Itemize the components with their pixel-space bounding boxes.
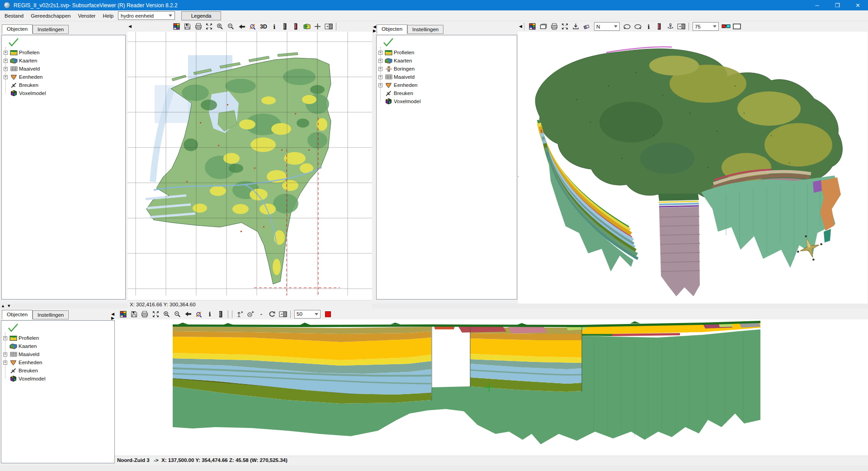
splitter-down-icon[interactable]: ▼ [7,304,11,308]
expand-panel-icon[interactable]: ▶ [111,316,114,320]
vertical-exaggeration-select[interactable]: 75 [691,22,720,31]
toolbar-grip[interactable] [524,23,524,30]
tree-item-maaiveld[interactable]: +Maaiveld [2,65,125,73]
previous-view-button[interactable] [183,309,193,319]
close-button[interactable]: ✕ [848,0,868,10]
legend-panel-button[interactable] [324,22,334,31]
save-button[interactable] [183,22,193,31]
zoom-window-button[interactable] [248,22,258,31]
tree-item-profielen[interactable]: +Profielen [1,334,114,342]
expand-toggle-icon[interactable]: + [3,361,7,365]
tree-item-breuken[interactable]: Breuken [377,89,517,97]
info-button[interactable]: i [269,22,279,31]
map-overview-button[interactable] [302,22,312,31]
vertical-ruler-button[interactable] [280,22,290,31]
export-image-button[interactable] [571,22,581,31]
record-indicator[interactable] [323,309,333,319]
splitter-up-icon[interactable]: ▲ [1,304,5,308]
tree-item-voxelmodel[interactable]: Voxelmodel [377,97,517,105]
legend-panel-button[interactable] [676,22,686,31]
info-button[interactable]: i [644,22,654,31]
add-marker-button[interactable] [235,309,245,319]
rotate-right-button[interactable] [633,22,643,31]
save-button[interactable] [129,309,139,319]
zoom-in-button[interactable] [161,309,171,319]
unit-combo[interactable]: hydro eenheid [118,11,175,20]
tree-item-boringen[interactable]: +Boringen [377,65,517,73]
profile-ruler-button[interactable] [291,22,301,31]
tab-instellingen[interactable]: Instellingen [407,25,443,34]
expand-panel-icon[interactable]: ▶ [373,29,376,33]
tab-objecten[interactable]: Objecten [2,24,33,34]
print-button[interactable] [193,22,203,31]
legend-panel-button[interactable] [278,309,288,319]
vertical-exaggeration-select[interactable]: 50 [293,309,322,319]
add-borehole-button[interactable] [245,309,255,319]
expand-toggle-icon[interactable]: + [378,83,382,87]
tree-item-breuken[interactable]: Breuken [2,81,125,89]
legend-button[interactable]: Legenda [181,11,221,20]
map-view[interactable]: X: 302,416.66 Y: 300,364.60 [127,32,372,309]
tree-item-voxelmodel[interactable]: Voxelmodel [1,375,114,383]
tree-item-profielen[interactable]: +Profielen [377,48,517,57]
crosshair-button[interactable] [313,22,323,31]
decrease-button[interactable]: - [256,309,266,319]
vertical-ruler-button[interactable] [216,309,226,319]
print-button[interactable] [549,22,559,31]
previous-view-button[interactable] [237,22,247,31]
tree-item-profielen[interactable]: +Profielen [2,48,125,57]
info-button[interactable]: i [205,309,215,319]
legend-colors-button[interactable] [528,22,538,31]
view3d-view[interactable] [518,32,868,304]
eraser-button[interactable] [582,22,592,31]
tab-instellingen[interactable]: Instellingen [33,310,69,319]
anchor-view-button[interactable] [665,22,675,31]
menu-bestand[interactable]: Bestand [1,11,27,20]
collapse-panel-icon[interactable]: ◀ [519,24,522,29]
tab-instellingen[interactable]: Instellingen [33,25,69,34]
expand-toggle-icon[interactable]: + [3,336,7,340]
expand-toggle-icon[interactable]: + [4,51,8,55]
tree-item-kaarten[interactable]: +Kaarten [2,57,125,65]
tree-item-kaarten[interactable]: +Kaarten [377,57,517,65]
minimize-button[interactable]: ─ [807,0,827,10]
tab-objecten[interactable]: Objecten [2,310,33,319]
zoom-extent-button[interactable] [560,22,570,31]
maximize-button[interactable]: ❐ [827,0,848,10]
zoom-out-button[interactable] [172,309,182,319]
expand-toggle-icon[interactable]: + [378,75,382,79]
expand-toggle-icon[interactable]: + [378,67,382,71]
rotate-left-button[interactable] [622,22,632,31]
zoom-out-button[interactable] [226,22,236,31]
tab-objecten[interactable]: Objecten [377,24,407,34]
expand-toggle-icon[interactable]: + [4,75,8,79]
tree-item-eenheden[interactable]: +Eenheden [377,81,517,89]
tree-item-maaiveld[interactable]: +Maaiveld [1,350,114,358]
legend-colors-button[interactable] [118,309,128,319]
save-view-button[interactable] [538,22,548,31]
tree-item-voxelmodel[interactable]: Voxelmodel [2,89,125,97]
tree-item-breuken[interactable]: Breuken [1,366,114,375]
menu-help[interactable]: Help [99,11,117,20]
print-button[interactable] [140,309,150,319]
background-color-button[interactable] [732,22,742,31]
tree-item-maaiveld[interactable]: +Maaiveld [377,73,517,81]
zoom-extent-button[interactable] [204,22,214,31]
tree-item-kaarten[interactable]: Kaarten [1,342,114,350]
expand-toggle-icon[interactable]: + [378,59,382,63]
anaglyph-3d-button[interactable] [721,22,731,31]
menu-venster[interactable]: Venster [74,11,99,20]
vertical-ruler-button[interactable] [655,22,665,31]
expand-toggle-icon[interactable]: + [4,59,8,63]
menu-gereedschappen[interactable]: Gereedschappen [27,11,74,20]
collapse-panel-icon[interactable]: ◀ [128,24,132,29]
expand-toggle-icon[interactable]: + [3,352,7,357]
open-3d-view-button[interactable]: 3D [259,22,269,31]
profile-view[interactable] [115,319,868,456]
tree-item-eenheden[interactable]: +Eenheden [2,73,125,81]
expand-toggle-icon[interactable]: + [4,67,8,71]
north-direction-select[interactable]: N [593,22,621,31]
zoom-window-button[interactable] [194,309,204,319]
legend-colors-button[interactable] [172,22,182,31]
tree-item-eenheden[interactable]: +Eenheden [1,358,114,366]
